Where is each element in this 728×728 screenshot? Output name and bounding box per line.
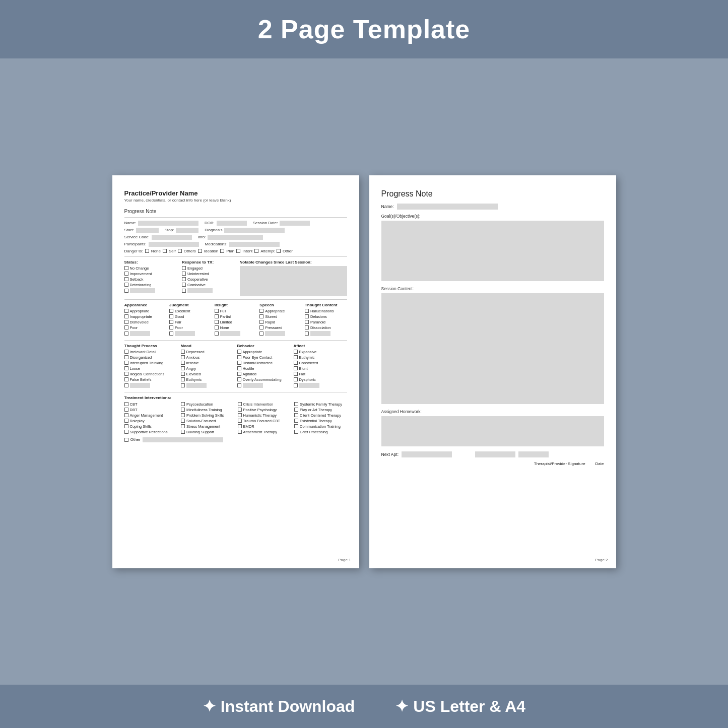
participants-label: Participants: <box>124 242 147 246</box>
info-input[interactable] <box>208 235 263 240</box>
danger-other-cb[interactable] <box>277 249 281 253</box>
p2-name-label: Name: <box>381 204 394 209</box>
name-dob-row: Name: DOB: Session Date: <box>124 221 347 226</box>
p2-homework-textarea[interactable] <box>381 416 604 446</box>
danger-others-cb[interactable] <box>178 249 182 253</box>
p2-sig-row: Therapist/Provider Signature Date <box>381 461 604 466</box>
response-uninterested: Uninterested <box>182 272 236 276</box>
page-1: Practice/Provider Name Your name, creden… <box>112 175 359 568</box>
danger-attempt-cb[interactable] <box>254 249 258 253</box>
mse-grid-1: Appearance Appropriate Inappropriate Dis… <box>124 303 347 337</box>
p2-sig-input-2[interactable] <box>518 451 549 457</box>
treatment-col2: Psycoeducation Mindfullness Training Pro… <box>181 402 234 435</box>
status-title: Status: <box>124 260 178 264</box>
p2-date-label: Date <box>595 461 604 466</box>
progress-note-title: Progress Note <box>124 209 347 214</box>
page-2: Progress Note Name: Goal(s)/Objective(s)… <box>369 175 616 568</box>
p2-session-label: Session Content: <box>381 286 604 291</box>
service-code-row: Service Code: Info: <box>124 235 347 240</box>
treatment-col1: CBT DBT Anger Management Roleplay Coping… <box>124 402 177 435</box>
treatment-other-row: Other <box>124 437 347 442</box>
session-date-input[interactable] <box>280 221 310 226</box>
response-title: Response to TX: <box>182 260 236 264</box>
name-input[interactable] <box>138 221 198 226</box>
response-cooperative: Cooperative <box>182 277 236 282</box>
info-label: Info: <box>198 235 206 239</box>
practice-name: Practice/Provider Name <box>124 189 347 197</box>
response-combative: Combative <box>182 283 236 287</box>
header: 2 Page Template <box>0 0 728 58</box>
behavior-title: Behavior <box>237 344 291 348</box>
appearance-title: Appearance <box>124 303 167 307</box>
status-nochange: No Change <box>124 266 178 271</box>
p2-title: Progress Note <box>381 189 604 198</box>
insight-col: Insight Full Partial Limited None <box>215 303 257 337</box>
stop-label: Stop: <box>165 228 174 232</box>
name-label: Name: <box>124 221 137 225</box>
header-title: 2 Page Template <box>10 14 718 44</box>
service-code-label: Service Code: <box>124 235 150 239</box>
status-other <box>124 288 178 293</box>
status-section: Status: No Change Improvement Setback De… <box>124 260 347 296</box>
footer-item-2: ✦ US Letter & A4 <box>395 697 525 716</box>
speech-col: Speech Appropriate Slurred Rapid Pressur… <box>259 303 302 337</box>
other-label: Other <box>130 437 141 442</box>
danger-intent-cb[interactable] <box>236 249 240 253</box>
medications-label: Medications: <box>205 242 228 246</box>
stop-input[interactable] <box>176 228 198 233</box>
p2-goals-label: Goal(s)/Objective(s): <box>381 214 604 219</box>
status-deteriorating: Deteriorating <box>124 283 178 287</box>
treatment-grid: CBT DBT Anger Management Roleplay Coping… <box>124 402 347 435</box>
appearance-col: Appearance Appropriate Inappropriate Dis… <box>124 303 167 337</box>
p2-homework-label: Assigned Homework: <box>381 409 604 414</box>
dob-label: DOB: <box>205 221 215 225</box>
page1-number: Page 1 <box>338 558 351 562</box>
danger-ideation-cb[interactable] <box>198 249 202 253</box>
thought-content-col: Thought Content Hallucinations Delusions… <box>305 303 347 337</box>
status-setback: Setback <box>124 277 178 282</box>
response-col: Response to TX: Engaged Uninterested Coo… <box>182 260 236 296</box>
start-input[interactable] <box>136 228 159 233</box>
p2-next-apt-input[interactable] <box>402 451 452 457</box>
p2-next-apt-row: Next Apt: <box>381 451 604 457</box>
status-improvement: Improvement <box>124 272 178 276</box>
p2-sig-input-1[interactable] <box>475 451 515 457</box>
treatment-col3: Crisis Intervention Positive Psychology … <box>238 402 291 435</box>
thought-process-title: Thought Process <box>124 344 178 348</box>
p2-goals-textarea[interactable] <box>381 221 604 281</box>
treatment-section: Treatment Interventions: CBT DBT Anger M… <box>124 395 347 442</box>
footer-item-1: ✦ Instant Download <box>203 697 355 716</box>
footer: ✦ Instant Download ✦ US Letter & A4 <box>0 685 728 728</box>
notable-changes-area[interactable] <box>240 266 347 296</box>
treatment-title: Treatment Interventions: <box>124 395 347 400</box>
mood-title: Mood <box>181 344 234 348</box>
danger-plan-cb[interactable] <box>220 249 224 253</box>
participants-input[interactable] <box>149 242 199 247</box>
diagnosis-input[interactable] <box>224 228 285 233</box>
affect-title: Affect <box>294 344 347 348</box>
judgment-title: Judgment <box>169 303 212 307</box>
danger-label: Danger to: <box>124 249 143 253</box>
treatment-col4: Systemic Family Therapy Play or Art Ther… <box>294 402 347 435</box>
mse-grid-2: Thought Process Irrelevant Detail Disorg… <box>124 344 347 389</box>
status-col: Status: No Change Improvement Setback De… <box>124 260 178 296</box>
thought-process-col: Thought Process Irrelevant Detail Disorg… <box>124 344 178 389</box>
danger-row: Danger to: None Self Others Ideation Pla… <box>124 249 347 253</box>
danger-self-cb[interactable] <box>163 249 167 253</box>
medications-input[interactable] <box>229 242 280 247</box>
p2-name-input[interactable] <box>397 204 498 210</box>
thought-content-title: Thought Content <box>305 303 347 307</box>
session-date-label: Session Date: <box>253 221 278 225</box>
speech-title: Speech <box>259 303 302 307</box>
p2-session-textarea[interactable] <box>381 293 604 404</box>
pages-wrapper: Practice/Provider Name Your name, creden… <box>112 175 616 568</box>
judgment-col: Judgment Excellent Good Fair Poor <box>169 303 212 337</box>
diagnosis-label: Diagnosis <box>205 228 222 232</box>
mood-col: Mood Depressed Anxious Irritable Angry E… <box>181 344 234 389</box>
footer-text-1: ✦ Instant Download <box>203 697 355 716</box>
start-stop-row: Start: Stop: Diagnosis <box>124 228 347 233</box>
danger-none-cb[interactable] <box>145 249 149 253</box>
service-code-input[interactable] <box>152 235 192 240</box>
dob-input[interactable] <box>217 221 247 226</box>
p2-therapist-sig-label: Therapist/Provider Signature <box>534 461 585 466</box>
